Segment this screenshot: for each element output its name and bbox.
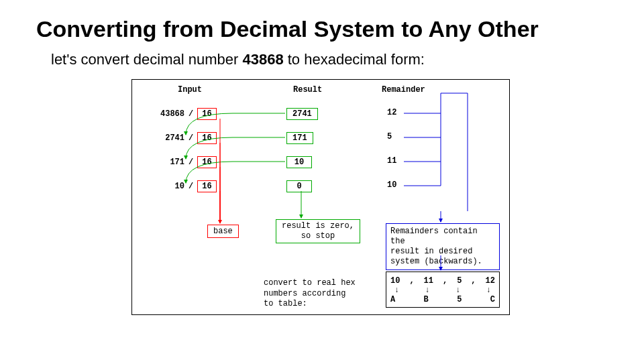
hex-letter: 5: [457, 295, 462, 304]
conv-note-l3: to table:: [264, 299, 307, 308]
down-arrow-icon: ↓: [455, 286, 460, 295]
header-remainder: Remainder: [382, 85, 425, 95]
hex-num: 5: [457, 276, 462, 286]
dividend: 10: [152, 182, 184, 191]
rem-note-l2: result in desired: [390, 247, 472, 256]
dividend: 2741: [152, 133, 184, 143]
base-label-box: base: [207, 225, 239, 238]
hex-letter: C: [490, 295, 495, 304]
result-row: 2741: [286, 108, 318, 120]
divisor-box: 16: [197, 156, 216, 168]
remainder-value: 5: [387, 132, 392, 141]
result-row: 10: [286, 156, 312, 168]
quotient-box: 10: [286, 156, 312, 168]
header-input: Input: [178, 85, 202, 95]
result-row: 171: [286, 132, 313, 144]
slash-icon: /: [189, 158, 193, 167]
hex-num: 12: [486, 276, 495, 286]
slash-icon: /: [189, 182, 193, 191]
diagram-frame: Input Result Remainder 43868 / 16 2741 1…: [131, 79, 510, 315]
stop-line-1: result is zero,: [282, 221, 354, 231]
rem-note-l1: Remainders contain the: [390, 227, 478, 246]
subtitle-number: 43868: [242, 51, 283, 68]
input-row: 2741 / 16: [152, 132, 253, 144]
hex-letter: A: [390, 295, 395, 304]
convert-note: convert to real hex numbers according to…: [264, 278, 356, 310]
down-arrow-icon: ↓: [394, 286, 399, 295]
hex-letter: B: [424, 295, 429, 304]
stop-label-box: result is zero, so stop: [276, 219, 360, 243]
hex-num: 10: [390, 276, 400, 286]
header-result: Result: [293, 85, 322, 95]
remainder-value: 10: [387, 180, 396, 190]
input-row: 171 / 16: [152, 156, 253, 168]
quotient-box: 0: [286, 180, 312, 192]
down-arrow-icon: ↓: [486, 286, 491, 295]
dividend: 43868: [152, 109, 184, 119]
remainder-note-box: Remainders contain the result in desired…: [386, 223, 500, 270]
subtitle: let's convert decimal number 43868 to he…: [51, 51, 425, 68]
dividend: 171: [152, 158, 184, 167]
remainder-value: 11: [387, 156, 396, 166]
input-row: 43868 / 16: [152, 108, 253, 120]
slash-icon: /: [189, 109, 193, 119]
page-title: Converting from Decimal System to Any Ot…: [36, 16, 539, 42]
divisor-box: 16: [197, 132, 216, 144]
down-arrow-icon: ↓: [425, 286, 430, 295]
result-row: 0: [286, 180, 312, 192]
hex-result-box: 10, 11, 5, 12 ↓ ↓ ↓ ↓ A B 5 C: [386, 272, 500, 308]
stop-line-2: so stop: [301, 231, 335, 241]
quotient-box: 171: [286, 132, 313, 144]
conv-note-l2: numbers according: [264, 289, 345, 298]
hex-num: 11: [424, 276, 433, 286]
quotient-box: 2741: [286, 108, 318, 120]
rem-note-l3: system (backwards).: [390, 257, 482, 266]
remainder-value: 12: [387, 108, 396, 117]
subtitle-pre: let's convert decimal number: [51, 51, 242, 68]
divisor-box: 16: [197, 108, 216, 120]
divisor-box: 16: [197, 180, 216, 192]
input-row: 10 / 16: [152, 180, 253, 192]
subtitle-post: to hexadecimal form:: [284, 51, 425, 68]
slash-icon: /: [189, 133, 193, 143]
conv-note-l1: convert to real hex: [264, 278, 356, 288]
